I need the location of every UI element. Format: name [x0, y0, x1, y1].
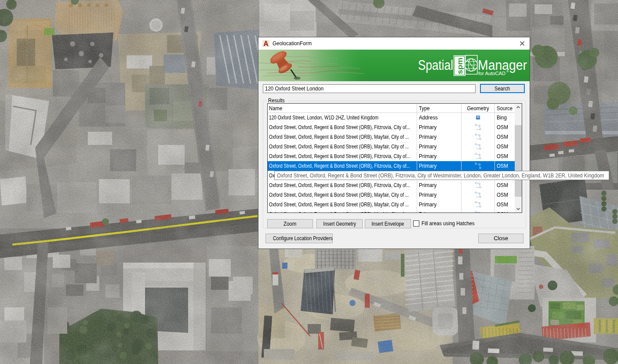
- svg-text:for AutoCAD: for AutoCAD: [478, 71, 505, 76]
- svg-text:Spatial: Spatial: [418, 58, 453, 73]
- svg-text:®: ®: [506, 70, 509, 73]
- svg-text:spm: spm: [456, 58, 464, 74]
